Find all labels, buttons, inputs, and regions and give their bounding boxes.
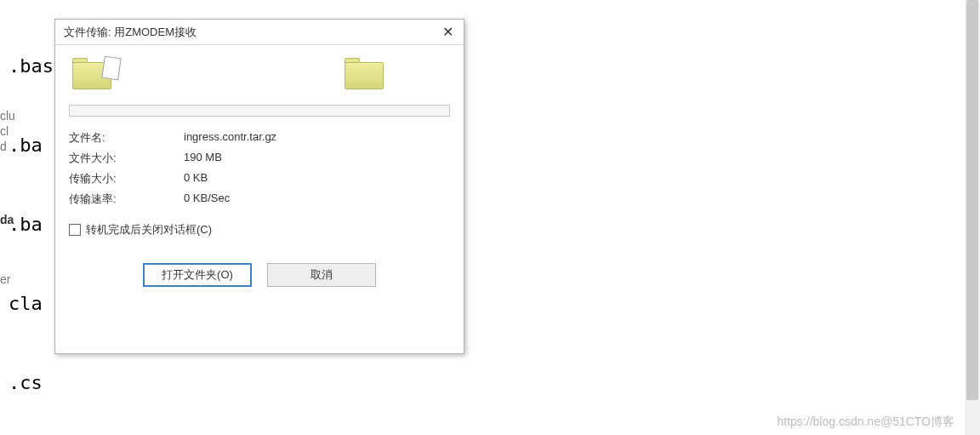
filesize-value: 190 MB xyxy=(184,151,450,166)
dialog-title: 文件传输: 用ZMODEM接收 xyxy=(64,25,438,40)
sidebar-text: er xyxy=(0,272,10,286)
folder-source-icon xyxy=(72,57,115,93)
transfersize-label: 传输大小: xyxy=(69,171,184,186)
file-transfer-dialog: 文件传输: 用ZMODEM接收 ✕ 文件名: ingress.contr.tar… xyxy=(54,19,464,354)
transfersize-value: 0 KB xyxy=(184,171,450,186)
transfer-progress-bar xyxy=(69,105,450,117)
vertical-scrollbar[interactable] xyxy=(965,0,980,435)
filesize-label: 文件大小: xyxy=(69,151,184,166)
cancel-button[interactable]: 取消 xyxy=(267,263,376,287)
rate-value: 0 KB/Sec xyxy=(184,192,450,207)
transfer-info: 文件名: ingress.contr.tar.gz 文件大小: 190 MB 传… xyxy=(69,130,450,207)
filename-value: ingress.contr.tar.gz xyxy=(184,130,450,146)
scrollbar-thumb[interactable] xyxy=(966,0,978,400)
sidebar-text: da xyxy=(0,213,14,226)
close-after-checkbox[interactable] xyxy=(69,224,81,236)
sidebar-text: d xyxy=(0,140,7,153)
terminal-line: .cs xyxy=(9,369,963,396)
close-icon[interactable]: ✕ xyxy=(438,23,457,42)
dialog-titlebar[interactable]: 文件传输: 用ZMODEM接收 ✕ xyxy=(55,20,464,45)
sidebar-text: clu xyxy=(0,109,15,123)
watermark-text: https://blog.csdn.ne@51CTO博客 xyxy=(778,415,955,430)
open-folder-button[interactable]: 打开文件夹(O) xyxy=(143,263,252,287)
checkbox-label: 转机完成后关闭对话框(C) xyxy=(86,222,212,238)
filename-label: 文件名: xyxy=(69,130,184,146)
folder-dest-icon xyxy=(345,57,387,93)
sidebar-text: cl xyxy=(0,124,9,138)
rate-label: 传输速率: xyxy=(69,192,184,207)
